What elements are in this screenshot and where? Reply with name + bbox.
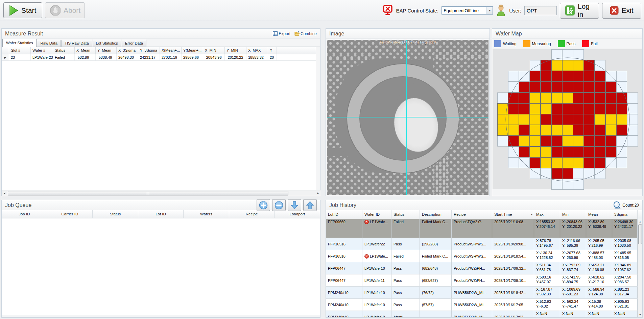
- column-header[interactable]: X(Mean+...: [160, 47, 182, 54]
- column-header[interactable]: Mean: [586, 210, 612, 219]
- column-header[interactable]: Wafer #: [31, 47, 53, 54]
- tab-tis-raw-data[interactable]: TIS Raw Data: [61, 40, 92, 47]
- measure-vertical-scrollbar[interactable]: [316, 47, 320, 190]
- login-button[interactable]: Log in: [560, 3, 599, 19]
- column-header[interactable]: Carrier ID: [47, 210, 93, 218]
- empty-cell: [616, 168, 627, 179]
- empty-cell: [497, 168, 508, 179]
- empty-cell: [530, 49, 541, 60]
- die-cell: [573, 60, 584, 71]
- die-cell: [584, 168, 595, 179]
- column-header-label: Max: [536, 212, 544, 219]
- column-header[interactable]: Status: [93, 210, 138, 218]
- vertical-scroll-thumb[interactable]: [638, 224, 642, 244]
- combine-button[interactable]: Combine: [294, 31, 317, 36]
- die-cell: [616, 125, 627, 136]
- table-cell: X:-1741.95 Y:-894.75: [560, 274, 586, 286]
- microscope-image[interactable]: FieldPosition:(X=1,Y=-4) TargetId:9: [327, 40, 488, 195]
- measure-horizontal-scrollbar[interactable]: ◄ ►: [2, 190, 321, 196]
- column-header[interactable]: Y_Mean: [96, 47, 117, 54]
- legend-label: Measuring: [532, 42, 551, 46]
- column-header[interactable]: Min: [560, 210, 586, 219]
- die-cell: [497, 114, 508, 125]
- history-row[interactable]: PFP06447LP1Wafer10Pass(682/648)Product\Y…: [326, 262, 642, 274]
- column-header[interactable]: Loadport: [275, 210, 320, 218]
- column-header[interactable]: Description: [420, 210, 452, 219]
- column-header[interactable]: Wafer ID: [362, 210, 391, 219]
- table-row[interactable]: ▶23LP1Wafer23Failed-532.89-5338.4926498.…: [2, 54, 320, 61]
- scroll-down-icon[interactable]: ▼: [638, 312, 642, 317]
- die-cell: [519, 136, 530, 147]
- sort-desc-icon: ▾: [531, 212, 532, 219]
- column-header[interactable]: Lot ID: [138, 210, 184, 218]
- column-header[interactable]: Start Time▾: [492, 210, 534, 219]
- column-header[interactable]: Job ID: [2, 210, 47, 218]
- die-cell: [541, 168, 551, 179]
- history-row[interactable]: PFP16516✕LP1Wafe...FailedFailed Mark C..…: [326, 250, 642, 262]
- column-header[interactable]: X_3Sigma: [117, 47, 138, 54]
- history-row[interactable]: PPM240#10LP1Wafer10Pass(57/57)PHWB56D2W_…: [326, 299, 642, 311]
- column-header[interactable]: Slot #: [9, 47, 31, 54]
- scroll-right-icon[interactable]: ►: [315, 192, 321, 195]
- eap-control-state-select[interactable]: EquipmentOffLine ▼: [442, 6, 493, 15]
- empty-cell: [497, 71, 508, 82]
- die-cell: [584, 147, 595, 157]
- column-header[interactable]: Recipe: [229, 210, 275, 218]
- table-cell: Pass: [391, 287, 420, 298]
- die-cell: [605, 125, 616, 136]
- history-row[interactable]: PFP09669✕LP1Wafe...FailedFailed Mark C..…: [326, 219, 642, 238]
- column-header[interactable]: Recipe: [452, 210, 492, 219]
- chevron-down-icon[interactable]: ▼: [486, 7, 493, 14]
- die-cell: [497, 92, 508, 103]
- column-header[interactable]: 3Sigma: [612, 210, 638, 219]
- history-row[interactable]: PPM240#10LP1Wafer10Pass(76/72)PHWB56D2W_…: [326, 287, 642, 299]
- column-header[interactable]: X_Mean: [75, 47, 96, 54]
- die-cell: [497, 136, 508, 147]
- history-vertical-scrollbar[interactable]: ▲ ▼: [638, 219, 642, 317]
- history-row[interactable]: PFP06447LP1Wafer11Pass(682/627)Product\Y…: [326, 274, 642, 287]
- die-cell: [562, 114, 573, 125]
- tab-wafer-statistics[interactable]: Wafer Statistics: [2, 39, 37, 47]
- scroll-up-icon[interactable]: ▲: [638, 219, 642, 224]
- exit-button[interactable]: Exit: [602, 3, 641, 19]
- column-header[interactable]: Y(Mean+...: [182, 47, 203, 54]
- column-header[interactable]: Status: [53, 47, 75, 54]
- image-panel: Image FieldPosition:(X=1,Y=-4) TargetId:…: [326, 28, 490, 196]
- die-cell: [595, 114, 605, 125]
- column-header[interactable]: Wafers: [184, 210, 229, 218]
- tab-lot-statistics[interactable]: Lot Statistics: [93, 40, 121, 47]
- move-up-button[interactable]: [303, 199, 317, 211]
- die-cell: [551, 125, 562, 136]
- die-cell: [562, 157, 573, 168]
- column-header[interactable]: Y_: [268, 47, 277, 54]
- move-down-button[interactable]: [288, 199, 301, 211]
- remove-job-button[interactable]: [272, 199, 286, 211]
- abort-button[interactable]: Abort: [45, 2, 85, 18]
- column-header[interactable]: Max: [534, 210, 560, 219]
- history-row[interactable]: PPM240#10LP1Wafer10AbortPHWB56D2W_MI...2…: [326, 311, 642, 317]
- horizontal-scroll-thumb[interactable]: [8, 191, 288, 195]
- tab-error-data[interactable]: Error Data: [122, 40, 146, 47]
- column-header[interactable]: Status: [391, 210, 420, 219]
- scroll-left-icon[interactable]: ◄: [2, 192, 7, 195]
- die-cell: [584, 92, 595, 103]
- column-header-label: 3Sigma: [614, 212, 627, 219]
- table-cell: 2025/10/16/17:05...: [492, 299, 534, 311]
- add-job-button[interactable]: [257, 199, 270, 211]
- column-header[interactable]: Y_3Sigma: [138, 47, 160, 54]
- tab-raw-data[interactable]: Raw Data: [37, 40, 61, 47]
- column-header-label: Mean: [588, 212, 598, 219]
- user-name-field[interactable]: OPT: [524, 6, 557, 15]
- start-button[interactable]: Start: [3, 2, 42, 18]
- column-header[interactable]: Y_MIN: [225, 47, 246, 54]
- history-row[interactable]: PFP16516LP1Wafer22Pass(296/288)Product\W…: [326, 238, 642, 250]
- column-header[interactable]: X_MAX: [246, 47, 268, 54]
- table-cell: LP1Wafer10: [362, 287, 391, 298]
- table-cell: (296/288): [420, 238, 452, 250]
- export-button[interactable]: Export: [273, 31, 290, 36]
- die-cell: [541, 60, 551, 71]
- column-header[interactable]: X_MIN: [203, 47, 225, 54]
- empty-cell: [519, 49, 530, 60]
- column-header[interactable]: Lot ID: [326, 210, 362, 219]
- die-cell: [605, 114, 616, 125]
